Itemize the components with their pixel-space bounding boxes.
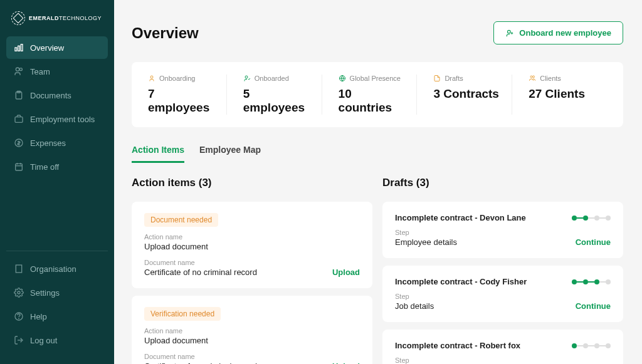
- svg-point-18: [18, 291, 20, 294]
- upload-link[interactable]: Upload: [332, 361, 360, 364]
- stat-label: Global Presence: [350, 75, 401, 82]
- status-badge: Verification needed: [144, 307, 221, 321]
- action-items-title: Action items (3): [132, 177, 372, 189]
- action-item-card: Verification needed Action name Upload d…: [132, 296, 372, 364]
- stat-global-presence: Global Presence 10 countries: [322, 75, 417, 115]
- sidebar-item-label: Team: [30, 67, 50, 76]
- stat-onboarding: Onboarding 7 employees: [148, 75, 226, 115]
- field-label: Action name: [144, 233, 360, 241]
- svg-rect-13: [16, 265, 21, 273]
- sidebar-item-label: Time off: [30, 162, 59, 172]
- sidebar-item-overview[interactable]: Overview: [6, 36, 108, 59]
- svg-point-30: [533, 76, 535, 78]
- field-label: Document name: [144, 353, 257, 360]
- action-item-card: Document needed Action name Upload docum…: [132, 202, 372, 288]
- field-label: Step: [395, 356, 427, 364]
- sidebar-item-documents[interactable]: Documents: [6, 84, 108, 107]
- step-value: Job details: [395, 301, 434, 311]
- progress-indicator: [572, 279, 611, 284]
- button-label: Onboard new employee: [519, 28, 611, 38]
- stat-value: 5 employees: [243, 87, 310, 115]
- draft-title: Incomplete contract - Robert fox: [395, 341, 520, 350]
- status-badge: Document needed: [144, 213, 218, 227]
- sidebar-item-label: Expenses: [30, 138, 66, 148]
- globe-icon: [339, 75, 346, 82]
- building-icon: [14, 264, 24, 274]
- logo-text-bold: EMERALD: [29, 15, 59, 21]
- stat-onboarded: Onboarded 5 employees: [226, 75, 322, 115]
- draft-title: Incomplete contract - Cody Fisher: [395, 277, 527, 286]
- field-label: Action name: [144, 327, 360, 335]
- progress-indicator: [572, 216, 611, 221]
- people-icon: [529, 75, 536, 82]
- stat-label: Drafts: [445, 75, 463, 82]
- stat-value: 27 Clients: [529, 87, 596, 101]
- stat-value: 10 countries: [339, 87, 406, 115]
- user-onboarding-icon: [148, 75, 155, 82]
- dollar-icon: [14, 138, 24, 148]
- sidebar-item-log-out[interactable]: Log out: [6, 329, 108, 351]
- sidebar-item-organisation[interactable]: Organisation: [6, 257, 108, 280]
- logout-icon: [14, 335, 24, 345]
- draft-title: Incomplete contract - Devon Lane: [395, 213, 526, 222]
- calendar-icon: [14, 162, 24, 172]
- continue-link[interactable]: Continue: [576, 301, 611, 311]
- tab-employee-map[interactable]: Employee Map: [199, 145, 261, 163]
- briefcase-icon: [14, 114, 24, 124]
- sidebar-item-label: Employment tools: [30, 115, 95, 124]
- svg-point-29: [530, 76, 532, 78]
- sidebar-item-label: Settings: [30, 288, 60, 298]
- svg-point-26: [245, 76, 248, 78]
- tab-action-items[interactable]: Action Items: [132, 145, 184, 163]
- bar-chart-icon: [14, 43, 24, 53]
- help-icon: [14, 311, 24, 321]
- sidebar-item-team[interactable]: Team: [6, 60, 108, 83]
- svg-point-25: [150, 76, 153, 78]
- document-name-value: Certificate of no criminal record: [144, 268, 257, 277]
- sidebar-item-time-off[interactable]: Time off: [6, 155, 108, 178]
- user-plus-icon: [505, 29, 514, 38]
- step-value: Employee details: [395, 237, 457, 247]
- upload-link[interactable]: Upload: [332, 268, 360, 277]
- clipboard-icon: [14, 90, 24, 100]
- stat-label: Onboarding: [159, 75, 196, 82]
- drafts-title: Drafts (3): [382, 177, 623, 189]
- svg-point-20: [19, 318, 19, 319]
- page-title: Overview: [132, 24, 199, 42]
- field-label: Step: [395, 229, 457, 236]
- continue-link[interactable]: Continue: [576, 237, 611, 247]
- draft-card: Incomplete contract - Cody Fisher Step J…: [382, 266, 623, 322]
- sidebar-item-label: Overview: [30, 43, 64, 53]
- document-name-value: Certificate of no criminal record: [144, 361, 257, 364]
- stats-row: Onboarding 7 employees Onboarded 5 emplo…: [132, 62, 623, 127]
- sidebar-item-label: Documents: [30, 91, 71, 100]
- svg-point-3: [16, 68, 19, 71]
- sidebar-item-label: Help: [30, 312, 47, 321]
- progress-indicator: [572, 343, 611, 348]
- sidebar-item-expenses[interactable]: Expenses: [6, 132, 108, 154]
- sidebar-item-employment-tools[interactable]: Employment tools: [6, 108, 108, 130]
- logo-text-light: TECHNOLOGY: [59, 15, 102, 21]
- stat-label: Clients: [540, 75, 561, 82]
- sidebar-item-label: Log out: [30, 336, 57, 345]
- tabs: Action Items Employee Map: [132, 145, 623, 163]
- action-name-value: Upload document: [144, 242, 360, 251]
- user-check-icon: [243, 75, 251, 82]
- onboard-new-employee-button[interactable]: Onboard new employee: [493, 21, 623, 44]
- stat-drafts: Drafts 3 Contracts: [416, 75, 512, 115]
- file-icon: [433, 75, 441, 82]
- svg-rect-9: [16, 164, 23, 170]
- draft-card: Incomplete contract - Devon Lane Step Em…: [382, 202, 623, 258]
- stat-value: 3 Contracts: [433, 87, 500, 101]
- sidebar-item-label: Organisation: [30, 264, 76, 274]
- svg-rect-0: [15, 48, 17, 51]
- sidebar-item-help[interactable]: Help: [6, 305, 108, 328]
- sidebar-item-settings[interactable]: Settings: [6, 281, 108, 304]
- stat-clients: Clients 27 Clients: [512, 75, 607, 115]
- action-name-value: Upload document: [144, 336, 360, 345]
- svg-rect-7: [15, 117, 23, 123]
- users-icon: [14, 66, 24, 76]
- draft-card: Incomplete contract - Robert fox Step El…: [382, 330, 623, 364]
- stat-value: 7 employees: [148, 87, 215, 115]
- brand-logo: EMERALDTECHNOLOGY: [6, 11, 108, 36]
